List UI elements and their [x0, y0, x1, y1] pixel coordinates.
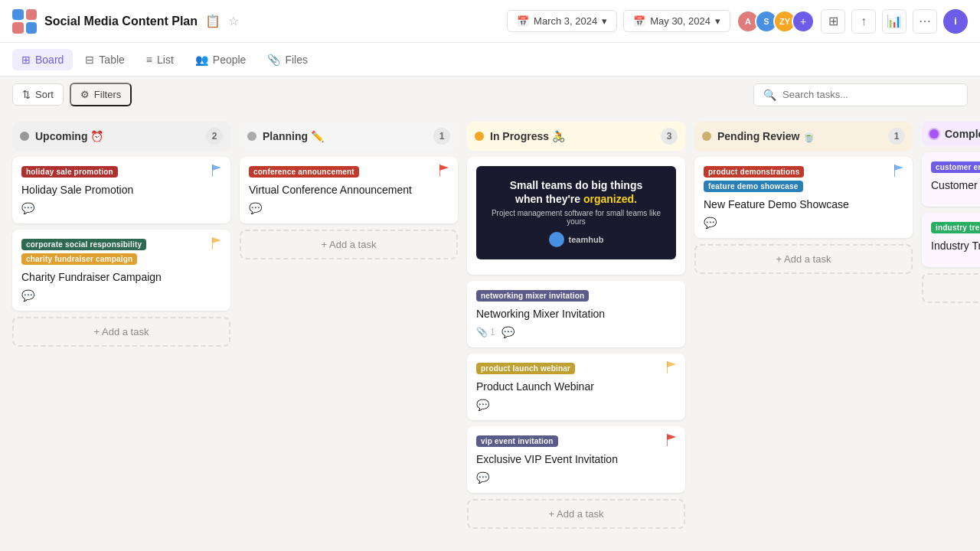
card-footer-c1: 💬: [21, 202, 221, 214]
column-title-inprogress: In Progress 🚴: [490, 130, 565, 142]
add-member-button[interactable]: +: [792, 10, 815, 33]
more-options-icon[interactable]: ⋯: [913, 9, 937, 34]
card-title-c2: Charity Fundraiser Campaign: [21, 271, 221, 283]
search-input[interactable]: [782, 89, 958, 100]
column-title-upcoming: Upcoming ⏰: [35, 130, 103, 142]
activity-icon[interactable]: 📊: [882, 9, 906, 34]
card-c1[interactable]: holiday sale promotionHoliday Sale Promo…: [12, 157, 230, 223]
card-c3[interactable]: conference announcementVirtual Conferenc…: [240, 157, 458, 223]
flag-c2: [212, 237, 223, 253]
filter-button[interactable]: ⚙ Filters: [70, 83, 132, 106]
card-image-ad: Small teams do big thingswhen they're or…: [476, 166, 676, 259]
header-left: Social Media Content Plan 📋 ☆: [12, 9, 239, 34]
card-c10[interactable]: industry trends wor...Industry Trend...: [922, 213, 980, 267]
nav-item-files[interactable]: 📎 Files: [258, 49, 317, 70]
chevron-down-icon: ▾: [602, 15, 607, 27]
tag-networking-mixer-inv: networking mixer invitation: [476, 290, 589, 302]
column-title-complete: Complete: [945, 128, 980, 140]
toolbar-left: ⇅ Sort ⚙ Filters: [12, 83, 132, 106]
svg-marker-8: [667, 434, 676, 440]
nav-label-board: Board: [35, 54, 64, 66]
tags-c8: product demonstrationsfeature demo showc…: [704, 166, 903, 192]
end-date-button[interactable]: 📅 May 30, 2024 ▾: [623, 10, 730, 32]
attach-c5: 📎1: [476, 327, 495, 337]
filter-label: Filters: [94, 89, 121, 100]
card-title-c6: Product Launch Webinar: [476, 380, 676, 393]
card-c6[interactable]: product launch webinarProduct Launch Web…: [467, 354, 685, 420]
complete-dot: [929, 129, 939, 139]
svg-marker-0: [212, 165, 221, 171]
add-task-button-complete[interactable]: + Add a task: [922, 273, 980, 303]
calendar-icon: 📅: [517, 15, 529, 27]
start-date-button[interactable]: 📅 March 3, 2024 ▾: [507, 10, 617, 32]
end-date-label: May 30, 2024: [650, 15, 710, 27]
chevron-down-icon-2: ▾: [715, 15, 720, 27]
share-icon[interactable]: ↑: [851, 9, 876, 34]
column-header-inprogress: In Progress 🚴3: [467, 122, 685, 151]
column-header-pending: Pending Review 🍵1: [694, 122, 913, 151]
project-title: Social Media Content Plan: [44, 15, 198, 28]
card-c2[interactable]: corporate social responsibilitycharity f…: [12, 230, 230, 311]
pending-dot: [702, 132, 711, 141]
card-footer-c2: 💬: [21, 289, 221, 302]
nav-bar: ⊞ Board ⊟ Table ≡ List 👥 People 📎 Files: [0, 43, 980, 77]
add-task-button-inprogress[interactable]: + Add a task: [467, 499, 685, 529]
column-count-pending: 1: [888, 128, 905, 145]
card-c4[interactable]: Small teams do big thingswhen they're or…: [467, 157, 685, 275]
upcoming-dot: [20, 132, 29, 141]
sort-button[interactable]: ⇅ Sort: [12, 83, 64, 106]
favorite-button[interactable]: ☆: [228, 14, 239, 28]
title-emoji: 📋: [205, 14, 220, 28]
avatar-group: A S ZY +: [737, 10, 815, 33]
card-c8[interactable]: product demonstrationsfeature demo showc…: [694, 157, 913, 238]
table-icon: ⊟: [85, 54, 94, 66]
widget-icon[interactable]: ⊞: [821, 9, 845, 34]
card-c5[interactable]: networking mixer invitationNetworking Mi…: [467, 281, 685, 347]
ad-sub: Project management software for small te…: [488, 209, 664, 226]
card-title-c9: Customer App...: [931, 179, 980, 191]
ad-logo-circle: [549, 232, 564, 247]
card-footer-c8: 💬: [704, 217, 903, 229]
card-title-c10: Industry Trend...: [931, 240, 980, 252]
header: Social Media Content Plan 📋 ☆ 📅 March 3,…: [0, 0, 980, 43]
info-button[interactable]: i: [943, 9, 968, 34]
ad-logo-text: teamhub: [569, 235, 604, 244]
flag-c6: [667, 361, 678, 377]
tag-vip-event-invitation: vip event invitation: [476, 435, 558, 447]
tag-holiday-sale-promoti: holiday sale promotion: [21, 166, 118, 178]
card-c9[interactable]: customer engagem...Customer App...: [922, 152, 980, 207]
nav-item-board[interactable]: ⊞ Board: [12, 49, 73, 70]
add-task-button-planning[interactable]: + Add a task: [240, 230, 458, 259]
tags-c6: product launch webinar: [476, 363, 676, 374]
tags-c9: customer engagem...: [931, 161, 980, 173]
column-count-upcoming: 2: [206, 128, 223, 145]
nav-label-people: People: [213, 54, 247, 66]
sort-icon: ⇅: [22, 89, 31, 100]
svg-marker-6: [667, 361, 676, 367]
add-task-button-pending[interactable]: + Add a task: [694, 244, 913, 274]
svg-marker-4: [439, 165, 449, 171]
comment-icon-c2: 💬: [21, 289, 34, 302]
nav-label-table: Table: [99, 54, 124, 66]
list-icon: ≡: [146, 54, 152, 66]
tags-c1: holiday sale promotion: [21, 166, 221, 178]
comment-icon-c7: 💬: [476, 471, 489, 484]
card-c7[interactable]: vip event invitationExclusive VIP Event …: [467, 426, 685, 493]
nav-item-people[interactable]: 👥 People: [186, 49, 256, 70]
card-title-c8: New Feature Demo Showcase: [704, 198, 903, 210]
column-header-upcoming: Upcoming ⏰2: [12, 122, 230, 151]
nav-item-list[interactable]: ≡ List: [137, 49, 183, 70]
column-planning: Planning ✏️1conference announcementVirtu…: [240, 122, 458, 259]
add-task-button-upcoming[interactable]: + Add a task: [12, 317, 230, 347]
search-icon: 🔍: [763, 89, 776, 101]
filter-icon: ⚙: [80, 89, 90, 100]
tag-customer-engagem...: customer engagem...: [931, 161, 980, 173]
tag-product-launch-webin: product launch webinar: [476, 363, 575, 374]
svg-marker-10: [894, 165, 903, 171]
column-title-planning: Planning ✏️: [263, 130, 324, 142]
card-footer-c7: 💬: [476, 471, 676, 484]
comment-icon-c8: 💬: [704, 217, 717, 229]
comment-icon-c6: 💬: [476, 399, 489, 411]
nav-item-table[interactable]: ⊟ Table: [76, 49, 133, 70]
card-footer-c5: 📎1💬: [476, 326, 676, 338]
